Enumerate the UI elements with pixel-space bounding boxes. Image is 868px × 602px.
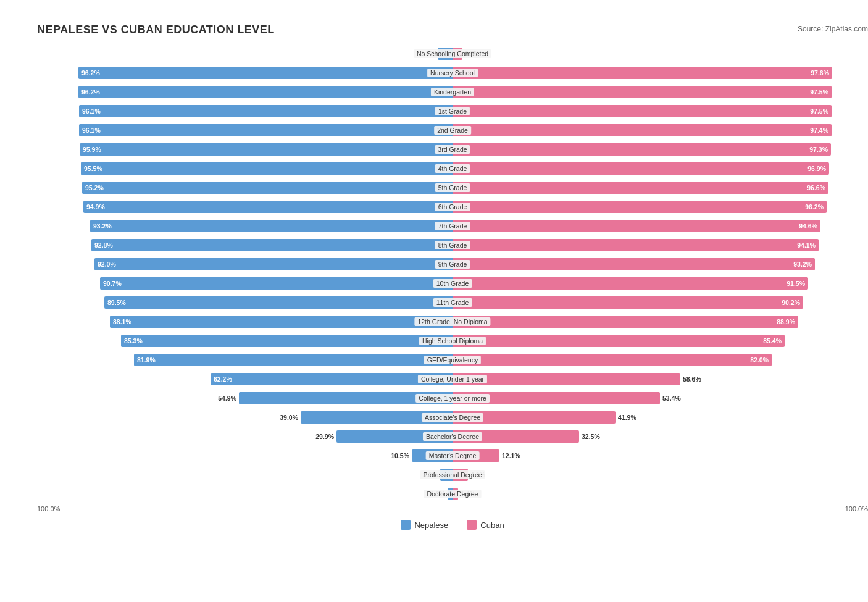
table-row: 10.5%12.1%Master's Degree — [37, 447, 868, 464]
table-row: 89.5%90.2%11th Grade — [37, 294, 868, 311]
row-label: 8th Grade — [435, 241, 470, 249]
row-label: College, 1 year or more — [415, 394, 490, 403]
row-label: Nursery School — [427, 69, 478, 77]
table-row: 81.9%82.0%GED/Equivalency — [37, 351, 868, 369]
legend-box-cuban — [467, 520, 477, 530]
row-label: GED/Equivalency — [424, 356, 481, 364]
table-row: 90.7%91.5%10th Grade — [37, 275, 868, 292]
axis-left: 100.0% — [37, 505, 60, 512]
row-label: 2nd Grade — [434, 126, 471, 135]
table-row: 93.2%94.6%7th Grade — [37, 217, 868, 235]
row-label: 7th Grade — [435, 222, 470, 230]
row-label: No Schooling Completed — [414, 49, 491, 58]
row-label: 3rd Grade — [435, 145, 470, 154]
table-row: 94.9%96.2%6th Grade — [37, 198, 868, 215]
legend: Nepalese Cuban — [37, 520, 868, 530]
table-row: 96.2%97.5%Kindergarten — [37, 83, 868, 101]
table-row: 85.3%85.4%High School Diploma — [37, 332, 868, 349]
legend-nepalese: Nepalese — [401, 520, 448, 530]
row-label: Master's Degree — [426, 451, 480, 460]
table-row: 3.2%4.0%Professional Degree — [37, 466, 868, 483]
table-row: 95.5%96.9%4th Grade — [37, 160, 868, 177]
table-row: 95.9%97.3%3rd Grade — [37, 141, 868, 158]
row-label: 12th Grade, No Diploma — [414, 317, 490, 326]
row-label: Bachelor's Degree — [423, 432, 482, 441]
row-label: 10th Grade — [433, 279, 472, 288]
chart-area: 3.8%2.5%No Schooling Completed96.2%97.6%… — [37, 45, 868, 512]
table-row: 95.2%96.6%5th Grade — [37, 179, 868, 196]
row-label: Professional Degree — [420, 470, 485, 479]
row-label: 1st Grade — [435, 107, 470, 115]
rows-container: 3.8%2.5%No Schooling Completed96.2%97.6%… — [37, 45, 868, 503]
row-label: Doctorate Degree — [424, 490, 482, 498]
legend-cuban: Cuban — [467, 520, 504, 530]
table-row: 39.0%41.9%Associate's Degree — [37, 409, 868, 426]
legend-nepalese-label: Nepalese — [414, 520, 448, 530]
table-row: 96.2%97.6%Nursery School — [37, 64, 868, 82]
row-label: College, Under 1 year — [418, 375, 487, 383]
table-row: 88.1%88.9%12th Grade, No Diploma — [37, 313, 868, 330]
row-label: 6th Grade — [435, 203, 470, 211]
chart-title: NEPALESE VS CUBAN EDUCATION LEVEL — [37, 23, 868, 36]
row-label: Associate's Degree — [422, 413, 483, 422]
row-label: 4th Grade — [435, 164, 470, 173]
table-row: 3.8%2.5%No Schooling Completed — [37, 45, 868, 62]
source: Source: ZipAtlas.com — [798, 25, 868, 33]
row-label: 9th Grade — [435, 260, 470, 269]
legend-cuban-label: Cuban — [480, 520, 504, 530]
table-row: 92.0%93.2%9th Grade — [37, 256, 868, 273]
row-label: 5th Grade — [435, 183, 470, 192]
row-label: Kindergarten — [431, 88, 474, 96]
table-row: 96.1%97.4%2nd Grade — [37, 122, 868, 139]
row-label: 11th Grade — [433, 298, 472, 307]
table-row: 92.8%94.1%8th Grade — [37, 236, 868, 254]
table-row: 29.9%32.5%Bachelor's Degree — [37, 428, 868, 445]
legend-box-nepalese — [401, 520, 411, 530]
table-row: 54.9%53.4%College, 1 year or more — [37, 390, 868, 407]
table-row: 62.2%58.6%College, Under 1 year — [37, 370, 868, 388]
table-row: 96.1%97.5%1st Grade — [37, 102, 868, 120]
table-row: 1.3%1.4%Doctorate Degree — [37, 485, 868, 503]
axis-labels: 100.0% 100.0% — [37, 505, 868, 512]
row-label: High School Diploma — [419, 337, 486, 345]
axis-right: 100.0% — [845, 505, 868, 512]
